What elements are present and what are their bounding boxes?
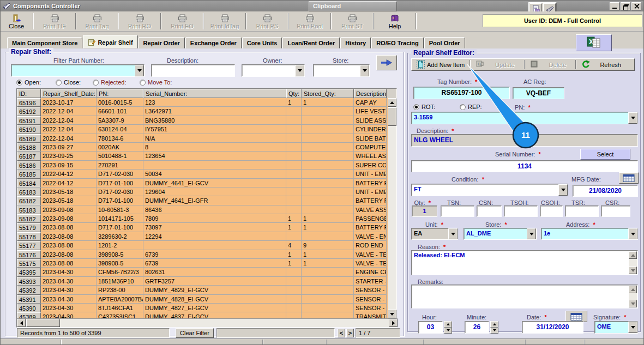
radio-move-to[interactable]: Move To:: [140, 79, 172, 86]
update-button[interactable]: Update: [487, 62, 522, 68]
tab-pool-order[interactable]: Pool Order: [424, 37, 465, 49]
table-row[interactable]: 651842022-04-12D717-01-100DUMMY_4641_EI-…: [17, 179, 396, 187]
column-header-qty[interactable]: Qty:: [286, 89, 302, 98]
table-row[interactable]: 651962023-10-170016-0015-512311CAP AY: [17, 98, 396, 107]
table-row[interactable]: 453892023-04-30C437353ISC1DUMMY_4837_EI-…: [17, 312, 396, 318]
condition-combo[interactable]: FT: [411, 184, 568, 196]
table-row[interactable]: 551772023-08-081201-249ROD END: [17, 241, 396, 250]
radio-close[interactable]: Close:: [56, 79, 81, 86]
csr-field[interactable]: [601, 205, 630, 217]
table-row[interactable]: 651862023-09-15270291SUPER COM: [17, 161, 396, 170]
table-row[interactable]: 551832023-09-0810-60581-386436VALVE ASSY: [17, 205, 396, 214]
delete-icon-button[interactable]: [527, 59, 541, 70]
restore-button[interactable]: [621, 2, 630, 10]
minute-stepper[interactable]: [490, 321, 498, 334]
table-row[interactable]: 651852022-04-12D717-02-03050034UNIT - EM…: [17, 170, 396, 178]
table-row[interactable]: 551752023-08-08398908-5673911VALVE - TEM: [17, 259, 396, 268]
chevron-down-icon[interactable]: [135, 65, 144, 76]
unit-combo[interactable]: EA: [411, 228, 458, 240]
csoh-field[interactable]: [540, 205, 563, 217]
tab-repair-shelf[interactable]: Repair Shelf: [83, 35, 137, 49]
qty-field[interactable]: 1: [412, 205, 437, 217]
column-header-description[interactable]: Description:: [354, 89, 387, 98]
radio-open[interactable]: Open:: [16, 79, 41, 86]
help-button[interactable]: Help: [375, 11, 415, 31]
print-eo-button[interactable]: Print EO: [162, 11, 202, 31]
tsr-field[interactable]: [565, 205, 599, 217]
column-header-pn[interactable]: PN:: [97, 89, 143, 98]
table-row[interactable]: 453952023-04-30CFM56-7B22/3802631ENGINE …: [17, 268, 396, 276]
table-row[interactable]: 453902023-04-308TJ146CFA1DUMMY_4827_EI-G…: [17, 304, 396, 312]
table-row[interactable]: 651922022-12-0466601-101L3642971LIFE VES…: [17, 107, 396, 116]
rep-radio[interactable]: REP:: [460, 104, 482, 110]
table-row[interactable]: 453912023-04-30APTE8A20007BARDDUMMY_4828…: [17, 295, 396, 304]
ac-reg-field[interactable]: VQ-BEF: [513, 87, 564, 99]
clipboard-window-title[interactable]: Clipboard: [309, 1, 397, 11]
add-new-item-button[interactable]: Add New Item: [413, 59, 468, 70]
hour-field[interactable]: 03: [418, 321, 443, 334]
column-header-repair-shelf-date[interactable]: Repair_Shelf_Date:: [41, 89, 97, 98]
print-tag-button[interactable]: Print Tag: [77, 11, 117, 31]
tab-repair-order[interactable]: Repair Order: [139, 37, 185, 49]
textarea-scrollbar[interactable]: [629, 286, 637, 307]
print-ps-button[interactable]: Print PS: [247, 11, 287, 31]
chevron-down-icon[interactable]: [295, 65, 304, 76]
chevron-down-icon[interactable]: [628, 322, 637, 333]
close-window-button[interactable]: [631, 2, 641, 10]
textarea-scrollbar[interactable]: [629, 251, 637, 274]
table-row[interactable]: 453922023-04-30RP238-00DUMMY_4829_EI-GCV…: [17, 286, 396, 294]
filter-store-combo[interactable]: [313, 64, 370, 77]
tab-ro-eo-tracing[interactable]: RO/EO Tracing: [371, 37, 424, 49]
column-header-id[interactable]: ID:: [17, 89, 41, 98]
apply-filter-button[interactable]: [376, 55, 397, 70]
export-excel-button[interactable]: X: [576, 34, 612, 51]
filter-description-input[interactable]: [151, 64, 235, 77]
chevron-down-icon[interactable]: [628, 112, 637, 124]
table-row[interactable]: 651832023-05-18D717-02-030129604UNIT - E…: [17, 187, 396, 196]
table-row[interactable]: 551822023-09-081014171-105780911PASSENGE…: [17, 214, 396, 223]
scroll-down-icon[interactable]: [388, 310, 396, 318]
print-ro-button[interactable]: Print RO: [119, 11, 160, 31]
table-row[interactable]: 651822023-05-18D717-01-100DUMMY_4641_EI-…: [17, 196, 396, 205]
vertical-scroll-thumb[interactable]: [388, 107, 396, 126]
scroll-left-icon[interactable]: [17, 319, 26, 327]
select-serial-button[interactable]: Select: [580, 149, 630, 160]
table-row[interactable]: 551762023-08-08398908-5673911VALVE - TEM: [17, 250, 396, 259]
tsn-field[interactable]: [441, 205, 474, 217]
hour-stepper[interactable]: [444, 321, 452, 334]
address-combo[interactable]: 1e: [541, 228, 638, 240]
grid-vertical-scrollbar[interactable]: [388, 98, 396, 318]
refresh-button[interactable]: Refresh: [593, 62, 628, 68]
tab-history[interactable]: History: [340, 37, 371, 49]
clear-filter-button[interactable]: Clear Filter: [176, 328, 214, 338]
rot-radio[interactable]: ROT:: [413, 104, 435, 110]
print-pool-button[interactable]: Print Pool: [290, 11, 330, 31]
filter-owner-combo[interactable]: [242, 64, 305, 77]
chevron-down-icon[interactable]: [558, 184, 568, 196]
minute-field[interactable]: 26: [465, 321, 489, 334]
chevron-down-icon[interactable]: [448, 228, 458, 239]
tab-main-component-store[interactable]: Main Component Store: [7, 37, 82, 49]
tab-loan-rent-order[interactable]: Loan/Rent Order: [282, 37, 340, 49]
table-row[interactable]: 551792023-08-08D717-01-1007309711BATTERY…: [17, 223, 396, 232]
serial-number-field[interactable]: 1134: [411, 160, 638, 172]
date-field[interactable]: 31/12/2020: [522, 321, 583, 334]
update-icon-button[interactable]: B: [472, 59, 487, 70]
table-row[interactable]: 551782023-08-083289630-212294VALVE - ENG: [17, 232, 396, 241]
tag-number-field[interactable]: RS65197-100: [413, 87, 510, 99]
mfg-calendar-icon[interactable]: [619, 172, 639, 184]
reason-textarea[interactable]: Released: EI-ECM: [411, 250, 638, 275]
prev-page-button[interactable]: <: [338, 329, 345, 337]
scroll-up-icon[interactable]: [388, 98, 396, 107]
tab-exchange-order[interactable]: Exchange Order: [185, 37, 242, 49]
refresh-icon-button[interactable]: [578, 59, 593, 70]
csn-field[interactable]: [477, 205, 502, 217]
mfg-date-field[interactable]: 21/08/2020: [573, 185, 638, 197]
scroll-right-icon[interactable]: [389, 319, 398, 327]
grid-horizontal-scrollbar[interactable]: [17, 318, 398, 327]
description-field[interactable]: NLG WHEEL: [411, 134, 638, 147]
table-row[interactable]: 651912022-12-045A3307-9BNG35880SLIDE ASS…: [17, 116, 396, 125]
remarks-textarea[interactable]: [411, 285, 638, 308]
pn-combo[interactable]: 3-1559: [411, 112, 638, 124]
chevron-down-icon[interactable]: [628, 228, 637, 239]
